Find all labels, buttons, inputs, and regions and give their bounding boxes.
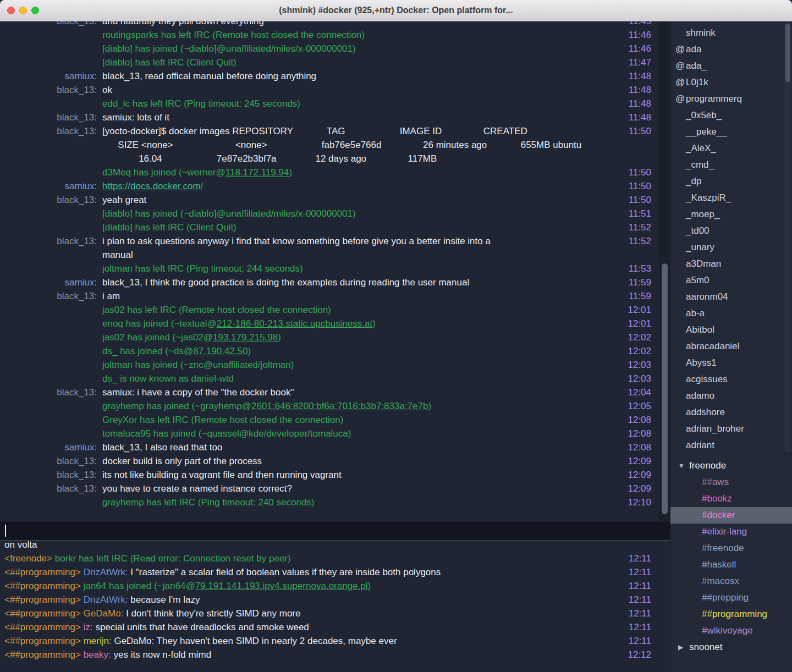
nick-list-item[interactable]: abracadaniel — [670, 338, 792, 355]
console-nick[interactable]: DnzAtWrk: — [84, 567, 128, 577]
nick-list-item[interactable]: aaronm04 — [670, 289, 792, 305]
nick-list-item[interactable]: _KaszpiR_ — [670, 190, 792, 206]
nick-list-item[interactable]: Abitbol — [670, 322, 792, 338]
link[interactable]: 212-186-80-213.static.upcbusiness.at — [217, 318, 373, 329]
timestamp: 11:46 — [620, 42, 651, 56]
chat-nick[interactable]: black_13: — [0, 21, 102, 28]
console-row: <##programming> DnzAtWrk: I "rasterize" … — [4, 565, 651, 579]
console-nick[interactable]: GeDaMo: — [84, 608, 124, 619]
nick-list-item[interactable]: adrian_broher — [670, 421, 792, 437]
console-nick[interactable]: beaky: — [84, 649, 111, 660]
console-log[interactable]: on volta<freenode> borkr has left IRC (R… — [0, 541, 670, 672]
channel-item-prepping[interactable]: ##prepping — [670, 590, 792, 606]
chat-nick[interactable]: black_13: — [0, 111, 102, 124]
channel-prefix[interactable]: <##programming> — [4, 594, 81, 605]
chat-nick[interactable]: black_13: — [0, 234, 102, 248]
nick-list-scrollbar[interactable] — [784, 23, 791, 453]
chat-message-row: black_13:samiux: i have a copy of the "t… — [0, 385, 651, 399]
chat-nick[interactable]: black_13: — [0, 385, 102, 399]
nick-list-item[interactable]: ab-a — [670, 305, 792, 322]
chat-event-row: [diablo] has left IRC (Client Quit)11:52 — [0, 221, 651, 234]
link[interactable]: 2601:646:8200:bf6a:7016:b3b7:833a:7e7b — [251, 401, 428, 411]
chat-log[interactable]: black_13:and naturally they pull down ev… — [0, 21, 670, 521]
nick-list-item[interactable]: @programmerq — [670, 91, 792, 107]
nick-list-item[interactable]: shmink — [670, 25, 792, 41]
nick-list-item[interactable]: _0x5eb_ — [670, 107, 792, 124]
chat-nick[interactable]: black_13: — [0, 193, 102, 207]
console-nick[interactable]: merijn: — [84, 636, 112, 646]
channel-prefix[interactable]: <##programming> — [4, 608, 81, 619]
link[interactable]: 118.172.119.94 — [226, 167, 289, 178]
chat-nick[interactable]: black_13: — [0, 289, 102, 303]
channel-item-bookz[interactable]: #bookz — [670, 491, 792, 507]
nick-list-item[interactable]: _moep_ — [670, 206, 792, 223]
channel-prefix[interactable]: <##programming> — [4, 622, 81, 632]
channel-prefix[interactable]: <freenode> — [4, 553, 52, 564]
nick-list-item[interactable]: _unary — [670, 239, 792, 256]
nick-list-item[interactable]: a3Dman — [670, 256, 792, 272]
channel-prefix[interactable]: <##programming> — [4, 649, 81, 660]
server-item-freenode[interactable]: ▼freenode — [670, 458, 792, 474]
channel-item-programming[interactable]: ##programming — [670, 606, 792, 623]
channel-item-wikivoyage[interactable]: #wikivoyage — [670, 623, 792, 639]
channel-item-haskell[interactable]: #haskell — [670, 557, 792, 573]
nick-list-item[interactable]: @L0j1k — [670, 74, 792, 91]
nick-list-item[interactable]: Abyss1 — [670, 355, 792, 371]
chat-text: grayhemp has left IRC (Ping timeout: 240… — [102, 495, 620, 509]
zoom-button[interactable] — [31, 7, 39, 14]
chat-text: its not like building a vagrant file and… — [102, 468, 620, 482]
link[interactable]: 87.190.42.50 — [193, 346, 248, 356]
chat-event-row: ds_ is now known as daniel-wtd12:03 — [0, 372, 651, 385]
nick-list-item[interactable]: _cmd_ — [670, 157, 792, 173]
console-text: on volta — [4, 541, 620, 552]
op-badge — [670, 305, 686, 322]
link[interactable]: 79.191.141.193.ipv4.supernova.orange.pl — [195, 581, 368, 591]
channel-item-macosx[interactable]: #macosx — [670, 573, 792, 590]
close-button[interactable] — [7, 7, 15, 14]
nick-list-scrollbar-thumb[interactable] — [785, 24, 790, 82]
chat-nick[interactable]: black_13: — [0, 482, 102, 495]
nick-list-item[interactable]: _dp — [670, 173, 792, 190]
channel-item-freenode[interactable]: #freenode — [670, 540, 792, 557]
nick-list-item[interactable]: @ada — [670, 41, 792, 58]
chat-scrollbar[interactable] — [659, 21, 670, 521]
nick-list-item[interactable]: _td00 — [670, 223, 792, 239]
chat-nick[interactable]: samiux: — [0, 276, 102, 289]
server-item-snoonet[interactable]: ▶snoonet — [670, 639, 792, 656]
chat-nick[interactable]: black_13: — [0, 124, 102, 138]
chat-scrollbar-thumb[interactable] — [662, 263, 668, 514]
chat-nick[interactable]: samiux: — [0, 69, 102, 83]
nick-list-item[interactable]: _AleX_ — [670, 140, 792, 157]
nick-list-item[interactable]: @ada_ — [670, 58, 792, 74]
chat-nick[interactable]: black_13: — [0, 83, 102, 97]
link[interactable]: https://docs.docker.com/ — [102, 181, 203, 191]
chat-nick[interactable]: black_13: — [0, 454, 102, 468]
window-content: black_13:and naturally they pull down ev… — [0, 21, 792, 672]
expand-arrow-icon[interactable]: ▶ — [678, 639, 689, 656]
nick-list-item[interactable]: adriant — [670, 437, 792, 454]
nick-list-item[interactable]: a5m0 — [670, 272, 792, 289]
nick-list-item[interactable]: adamo — [670, 388, 792, 404]
nick-list-item[interactable]: addshore — [670, 404, 792, 421]
channel-prefix[interactable]: <##programming> — [4, 581, 81, 591]
chat-nick[interactable]: samiux: — [0, 440, 102, 454]
chat-nick[interactable]: black_13: — [0, 468, 102, 482]
channel-item-docker[interactable]: #docker — [670, 507, 792, 524]
channel-tree[interactable]: ▼freenode##aws#bookz#docker#elixir-lang#… — [670, 454, 792, 672]
link[interactable]: 193.179.215.98 — [213, 332, 278, 343]
window-titlebar[interactable]: (shmink) #docker (925,+ntr) Docker: Open… — [0, 0, 792, 21]
collapse-arrow-icon[interactable]: ▼ — [678, 458, 689, 474]
channel-prefix[interactable]: <##programming> — [4, 636, 81, 646]
channel-item-elixir-lang[interactable]: #elixir-lang — [670, 524, 792, 540]
console-nick[interactable]: iz: — [84, 622, 93, 632]
nick-list-item[interactable]: acgissues — [670, 371, 792, 388]
chat-nick[interactable]: samiux: — [0, 179, 102, 193]
channel-prefix[interactable]: <##programming> — [4, 567, 81, 577]
channel-item-aws[interactable]: ##aws — [670, 474, 792, 491]
nick-list[interactable]: shmink@ada@ada_@L0j1k@programmerq_0x5eb_… — [670, 21, 792, 454]
nick-list-item[interactable]: __peke__ — [670, 124, 792, 140]
text-segment: i am — [102, 291, 120, 301]
minimize-button[interactable] — [19, 7, 27, 14]
timestamp: 12:01 — [620, 303, 651, 317]
console-nick[interactable]: DnzAtWrk: — [84, 594, 128, 605]
